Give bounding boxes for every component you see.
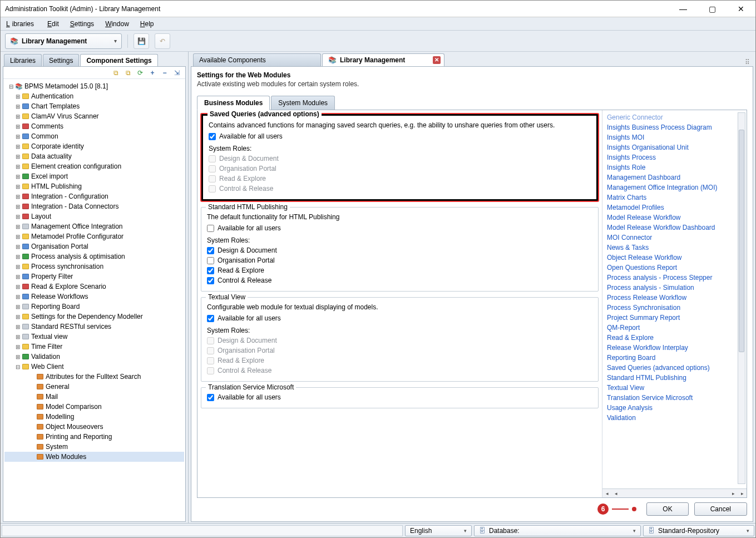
tree-item[interactable]: ⊞Process synchronisation (4, 261, 184, 272)
link-item[interactable]: Object Release Workflow (607, 253, 734, 263)
chk-control-release[interactable]: Control & Release (207, 275, 592, 285)
chk-design-document[interactable]: Design & Document (207, 335, 592, 345)
menu-libraries[interactable]: Libraries (4, 19, 38, 29)
database-dropdown[interactable]: 🗄Database:▾ (474, 525, 641, 536)
link-item[interactable]: Process Synchronisation (607, 303, 734, 313)
chk-available-all[interactable]: Available for all users (209, 131, 591, 141)
tree-item[interactable]: ⊞Textual view (4, 332, 184, 342)
link-item[interactable]: Generic Connector (607, 112, 734, 122)
minimize-button[interactable]: — (673, 2, 693, 16)
link-item[interactable]: Project Summary Report (607, 313, 734, 323)
add-icon[interactable]: + (147, 68, 157, 78)
link-item[interactable]: Process analysis - Process Stepper (607, 273, 734, 283)
tree-item[interactable]: ⊟Web Client (4, 362, 184, 372)
chk-organisation-portal[interactable]: Organisation Portal (207, 255, 592, 265)
tree-item[interactable]: ⊞Standard RESTful services (4, 322, 184, 332)
link-item[interactable]: Translation Service Microsoft (607, 393, 734, 403)
undo-icon[interactable]: ↶ (155, 33, 170, 49)
tree-item[interactable]: ⊞Process analysis & optimisation (4, 251, 184, 261)
link-item[interactable]: Process Release Workflow (607, 293, 734, 303)
tree-item[interactable]: ⊞Chart Templates (4, 101, 184, 111)
tree-item[interactable]: ⊞Integration - Configuration (4, 191, 184, 201)
link-item[interactable]: Insights MOI (607, 132, 734, 142)
tree-item[interactable]: Web Modules (4, 452, 184, 462)
link-item[interactable]: Insights Process (607, 152, 734, 162)
link-item[interactable]: Open Questions Report (607, 263, 734, 273)
tab-grid-icon[interactable]: ⠿ (745, 58, 755, 66)
tab-business-modules[interactable]: Business Modules (197, 96, 270, 110)
link-item[interactable]: Metamodel Profiles (607, 203, 734, 213)
tab-component-settings[interactable]: Component Settings (80, 54, 157, 66)
tree-item[interactable]: ⊞Validation (4, 352, 184, 362)
repository-dropdown[interactable]: 🗄Standard-Repository▾ (643, 525, 754, 536)
tree-item[interactable]: ⊞Metamodel Profile Configurator (4, 231, 184, 241)
tree-item[interactable]: ⊞Settings for the Dependency Modeller (4, 312, 184, 322)
tree-item[interactable]: Model Comparison (4, 402, 184, 412)
cancel-button[interactable]: Cancel (694, 502, 747, 516)
chk-control-release[interactable]: Control & Release (209, 184, 591, 194)
chk-read-explore[interactable]: Read & Explore (209, 174, 591, 184)
link-item[interactable]: Process analysis - Simulation (607, 283, 734, 293)
chk-read-explore[interactable]: Read & Explore (207, 265, 592, 275)
tree-item[interactable]: ⊞Integration - Data Connectors (4, 201, 184, 211)
link-item[interactable]: MOI Connector (607, 233, 734, 243)
tree-item[interactable]: ⊞Organisation Portal (4, 241, 184, 251)
menu-help[interactable]: Help (138, 19, 156, 29)
tree-item[interactable]: Mail (4, 392, 184, 402)
link-item[interactable]: Management Office Integration (MOI) (607, 182, 734, 193)
chk-read-explore[interactable]: Read & Explore (207, 356, 592, 366)
context-dropdown[interactable]: 📚 Library Management ▾ (5, 33, 122, 49)
tree-item[interactable]: ⊞Data actuality (4, 151, 184, 161)
ok-button[interactable]: OK (646, 502, 688, 516)
tree-item[interactable]: ⊞Authentication (4, 91, 184, 101)
chk-available-all[interactable]: Available for all users (207, 392, 592, 402)
refresh-icon[interactable]: ⟳ (135, 68, 145, 78)
menu-settings[interactable]: Settings (68, 19, 96, 29)
language-dropdown[interactable]: English▾ (405, 525, 472, 536)
tree-item[interactable]: ⊞Comments (4, 121, 184, 131)
link-item[interactable]: Standard HTML Publishing (607, 373, 734, 383)
tree-action-2-icon[interactable]: ⧉ (123, 68, 133, 78)
export-icon[interactable]: ⇲ (172, 68, 182, 78)
tree-item[interactable]: ⊞ClamAV Virus Scanner (4, 111, 184, 121)
link-item[interactable]: Saved Queries (advanced options) (607, 363, 734, 373)
tree-item[interactable]: ⊞Element creation configuration (4, 161, 184, 171)
tree-item[interactable]: ⊞Release Workflows (4, 292, 184, 302)
tree-item[interactable]: ⊞Time Filter (4, 342, 184, 352)
tree-item[interactable]: ⊞Corporate identity (4, 141, 184, 151)
close-button[interactable]: ✕ (731, 2, 751, 16)
tree-item[interactable]: Modelling (4, 412, 184, 422)
vertical-scrollbar[interactable] (738, 112, 745, 484)
tree-root[interactable]: ⊟📚BPMS Metamodel 15.0 [8.1] (4, 81, 184, 91)
link-item[interactable]: Usage Analysis (607, 403, 734, 413)
tree-item[interactable]: ⊞Layout (4, 211, 184, 221)
tree-item[interactable]: Attributes for the Fulltext Search (4, 372, 184, 382)
link-item[interactable]: Model Release Workflow Dashboard (607, 223, 734, 233)
chk-organisation-portal[interactable]: Organisation Portal (207, 345, 592, 356)
tab-close-icon[interactable]: ✕ (433, 56, 441, 64)
tree-item[interactable]: ⊞Common (4, 131, 184, 141)
tree-item[interactable]: General (4, 382, 184, 392)
link-item[interactable]: Management Dashboard (607, 172, 734, 182)
link-item[interactable]: Read & Explore (607, 333, 734, 343)
tab-libraries[interactable]: Libraries (4, 54, 42, 66)
chk-available-all[interactable]: Available for all users (207, 223, 592, 233)
tab-available-components[interactable]: Available Components (193, 53, 321, 66)
link-item[interactable]: News & Tasks (607, 243, 734, 253)
link-item[interactable]: Textual View (607, 383, 734, 393)
tree-item[interactable]: Object Mouseovers (4, 422, 184, 432)
maximize-button[interactable]: ▢ (702, 2, 722, 16)
tree-item[interactable]: ⊞Management Office Integration (4, 221, 184, 231)
link-item[interactable]: Matrix Charts (607, 193, 734, 203)
tree-item[interactable]: ⊞Property Filter (4, 272, 184, 282)
tab-settings[interactable]: Settings (43, 54, 79, 66)
tab-system-modules[interactable]: System Modules (271, 96, 335, 110)
tree-item[interactable]: Printing and Reporting (4, 432, 184, 442)
tree-item[interactable]: System (4, 442, 184, 452)
tree-item[interactable]: ⊞HTML Publishing (4, 181, 184, 191)
chk-organisation-portal[interactable]: Organisation Portal (209, 164, 591, 174)
link-item[interactable]: Validation (607, 413, 734, 423)
menu-window[interactable]: Window (103, 19, 131, 29)
chk-control-release[interactable]: Control & Release (207, 366, 592, 376)
tree-item[interactable]: ⊞Reporting Board (4, 302, 184, 312)
